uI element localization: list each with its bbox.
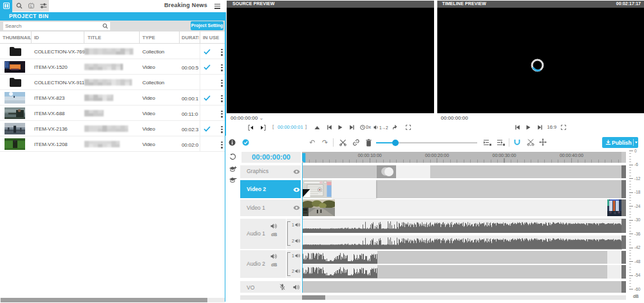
svg-text:1→2: 1→2	[379, 125, 388, 130]
